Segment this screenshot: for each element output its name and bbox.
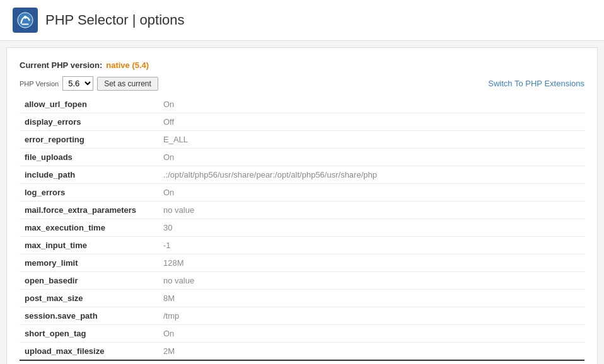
table-row: error_reportingE_ALL (20, 131, 584, 149)
table-row: file_uploadsOn (20, 149, 584, 166)
current-version-value: native (5.4) (106, 60, 149, 70)
table-row: post_max_size8M (20, 290, 584, 307)
option-name: mail.force_extra_parameters (20, 202, 158, 219)
table-row: session.save_path/tmp (20, 307, 584, 325)
current-version-row: Current PHP version: native (5.4) (20, 60, 584, 70)
option-value: E_ALL (158, 131, 584, 149)
option-name: memory_limit (20, 254, 158, 272)
option-name: post_max_size (20, 290, 158, 307)
svg-point-0 (18, 13, 33, 28)
table-row: memory_limit128M (20, 254, 584, 272)
option-value: On (158, 149, 584, 166)
table-row: short_open_tagOn (20, 325, 584, 343)
set-current-button[interactable]: Set as current (97, 77, 158, 91)
table-row: max_execution_time30 (20, 219, 584, 237)
option-value: 30 (158, 219, 584, 237)
table-row: allow_url_fopenOn (20, 96, 584, 113)
option-name: open_basedir (20, 272, 158, 290)
php-version-select[interactable]: 5.6 5.4 5.5 7.0 7.1 (62, 76, 93, 91)
option-name: error_reporting (20, 131, 158, 149)
php-version-label: PHP Version (20, 80, 59, 88)
options-table: allow_url_fopenOndisplay_errorsOfferror_… (20, 96, 584, 361)
option-value: no value (158, 272, 584, 290)
option-name: include_path (20, 166, 158, 184)
option-value: 8M (158, 290, 584, 307)
option-name: short_open_tag (20, 325, 158, 343)
option-value: -1 (158, 237, 584, 254)
option-name: file_uploads (20, 149, 158, 166)
option-value: Off (158, 113, 584, 131)
page-header: PHP Selector | options (0, 0, 604, 41)
table-row: mail.force_extra_parametersno value (20, 202, 584, 219)
table-row: display_errorsOff (20, 113, 584, 131)
main-content: Current PHP version: native (5.4) PHP Ve… (6, 47, 598, 364)
switch-to-extensions-link[interactable]: Switch To PHP Extensions (488, 79, 584, 88)
controls-row: PHP Version 5.6 5.4 5.5 7.0 7.1 Set as c… (20, 76, 584, 91)
option-value: no value (158, 202, 584, 219)
option-value: On (158, 96, 584, 113)
controls-left: PHP Version 5.6 5.4 5.5 7.0 7.1 Set as c… (20, 76, 158, 91)
app-icon (13, 8, 38, 33)
option-name: log_errors (20, 184, 158, 202)
option-value: 128M (158, 254, 584, 272)
option-name: allow_url_fopen (20, 96, 158, 113)
page-title: PHP Selector | options (45, 12, 185, 28)
table-row: include_path.:/opt/alt/php56/usr/share/p… (20, 166, 584, 184)
table-row: log_errorsOn (20, 184, 584, 202)
option-value: .:/opt/alt/php56/usr/share/pear:/opt/alt… (158, 166, 584, 184)
current-version-label: Current PHP version: (20, 60, 102, 70)
table-row: upload_max_filesize2M (20, 343, 584, 361)
svg-point-1 (24, 16, 27, 19)
option-value: /tmp (158, 307, 584, 325)
table-row: max_input_time-1 (20, 237, 584, 254)
option-value: On (158, 184, 584, 202)
table-row: open_basedirno value (20, 272, 584, 290)
option-name: display_errors (20, 113, 158, 131)
option-name: max_input_time (20, 237, 158, 254)
option-name: max_execution_time (20, 219, 158, 237)
option-value: On (158, 325, 584, 343)
option-value: 2M (158, 343, 584, 361)
option-name: session.save_path (20, 307, 158, 325)
option-name: upload_max_filesize (20, 343, 158, 361)
